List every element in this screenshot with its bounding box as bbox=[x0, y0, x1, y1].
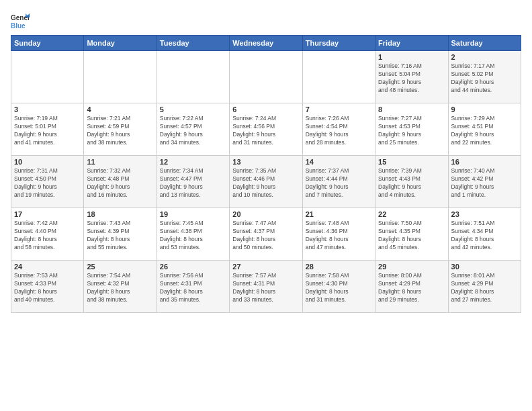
day-info: Sunrise: 7:27 AM Sunset: 4:53 PM Dayligh… bbox=[378, 115, 445, 147]
day-number: 11 bbox=[87, 158, 153, 166]
calendar-cell-w0-d6: 2Sunrise: 7:17 AM Sunset: 5:02 PM Daylig… bbox=[448, 51, 521, 103]
day-info: Sunrise: 7:26 AM Sunset: 4:54 PM Dayligh… bbox=[306, 115, 372, 147]
calendar-cell-w4-d2: 26Sunrise: 7:56 AM Sunset: 4:31 PM Dayli… bbox=[157, 261, 229, 313]
day-number: 4 bbox=[87, 105, 153, 113]
calendar-cell-w2-d4: 14Sunrise: 7:37 AM Sunset: 4:44 PM Dayli… bbox=[302, 156, 375, 208]
day-info: Sunrise: 7:56 AM Sunset: 4:31 PM Dayligh… bbox=[160, 272, 226, 304]
day-info: Sunrise: 7:17 AM Sunset: 5:02 PM Dayligh… bbox=[451, 62, 518, 95]
day-number: 30 bbox=[451, 263, 518, 271]
calendar-cell-w1-d6: 9Sunrise: 7:29 AM Sunset: 4:51 PM Daylig… bbox=[448, 103, 521, 156]
day-info: Sunrise: 7:54 AM Sunset: 4:32 PM Dayligh… bbox=[87, 272, 153, 304]
calendar-cell-w4-d0: 24Sunrise: 7:53 AM Sunset: 4:33 PM Dayli… bbox=[11, 261, 84, 313]
day-number: 13 bbox=[232, 158, 299, 166]
col-header-monday: Monday bbox=[84, 36, 157, 51]
col-header-saturday: Saturday bbox=[448, 36, 521, 51]
day-info: Sunrise: 7:35 AM Sunset: 4:46 PM Dayligh… bbox=[232, 167, 299, 199]
calendar-cell-w0-d2 bbox=[157, 51, 229, 103]
calendar-table: SundayMondayTuesdayWednesdayThursdayFrid… bbox=[11, 35, 521, 313]
calendar-cell-w3-d3: 20Sunrise: 7:47 AM Sunset: 4:37 PM Dayli… bbox=[230, 208, 302, 261]
day-info: Sunrise: 8:00 AM Sunset: 4:29 PM Dayligh… bbox=[378, 272, 445, 304]
day-info: Sunrise: 7:57 AM Sunset: 4:31 PM Dayligh… bbox=[232, 272, 299, 304]
col-header-sunday: Sunday bbox=[11, 36, 84, 51]
day-number: 21 bbox=[306, 210, 372, 218]
calendar-cell-w3-d6: 23Sunrise: 7:51 AM Sunset: 4:34 PM Dayli… bbox=[448, 208, 521, 261]
day-number: 18 bbox=[87, 210, 153, 218]
day-number: 15 bbox=[378, 158, 445, 166]
logo-icon: General Blue bbox=[11, 11, 30, 30]
calendar-cell-w0-d0 bbox=[11, 51, 84, 103]
day-info: Sunrise: 7:45 AM Sunset: 4:38 PM Dayligh… bbox=[160, 220, 226, 252]
day-info: Sunrise: 7:19 AM Sunset: 5:01 PM Dayligh… bbox=[14, 115, 81, 147]
day-info: Sunrise: 7:42 AM Sunset: 4:40 PM Dayligh… bbox=[14, 220, 81, 252]
svg-text:Blue: Blue bbox=[11, 22, 26, 30]
day-number: 17 bbox=[14, 210, 81, 218]
day-number: 6 bbox=[232, 105, 299, 113]
header: General Blue bbox=[11, 11, 521, 30]
calendar-cell-w4-d4: 28Sunrise: 7:58 AM Sunset: 4:30 PM Dayli… bbox=[302, 261, 375, 313]
day-info: Sunrise: 8:01 AM Sunset: 4:29 PM Dayligh… bbox=[451, 272, 518, 304]
calendar-cell-w4-d5: 29Sunrise: 8:00 AM Sunset: 4:29 PM Dayli… bbox=[375, 261, 448, 313]
calendar-cell-w2-d2: 12Sunrise: 7:34 AM Sunset: 4:47 PM Dayli… bbox=[157, 156, 229, 208]
calendar-cell-w1-d1: 4Sunrise: 7:21 AM Sunset: 4:59 PM Daylig… bbox=[84, 103, 157, 156]
day-number: 24 bbox=[14, 263, 81, 271]
day-number: 3 bbox=[14, 105, 81, 113]
day-number: 10 bbox=[14, 158, 81, 166]
day-number: 1 bbox=[378, 53, 445, 61]
calendar-cell-w1-d2: 5Sunrise: 7:22 AM Sunset: 4:57 PM Daylig… bbox=[157, 103, 229, 156]
day-number: 14 bbox=[306, 158, 372, 166]
calendar-cell-w0-d3 bbox=[230, 51, 302, 103]
day-info: Sunrise: 7:34 AM Sunset: 4:47 PM Dayligh… bbox=[160, 167, 226, 199]
calendar-cell-w3-d0: 17Sunrise: 7:42 AM Sunset: 4:40 PM Dayli… bbox=[11, 208, 84, 261]
day-number: 27 bbox=[232, 263, 299, 271]
day-info: Sunrise: 7:58 AM Sunset: 4:30 PM Dayligh… bbox=[306, 272, 372, 304]
day-info: Sunrise: 7:48 AM Sunset: 4:36 PM Dayligh… bbox=[306, 220, 372, 252]
calendar-cell-w2-d0: 10Sunrise: 7:31 AM Sunset: 4:50 PM Dayli… bbox=[11, 156, 84, 208]
day-number: 20 bbox=[232, 210, 299, 218]
day-number: 7 bbox=[306, 105, 372, 113]
calendar-cell-w2-d5: 15Sunrise: 7:39 AM Sunset: 4:43 PM Dayli… bbox=[375, 156, 448, 208]
calendar-cell-w2-d6: 16Sunrise: 7:40 AM Sunset: 4:42 PM Dayli… bbox=[448, 156, 521, 208]
calendar-cell-w4-d1: 25Sunrise: 7:54 AM Sunset: 4:32 PM Dayli… bbox=[84, 261, 157, 313]
day-info: Sunrise: 7:40 AM Sunset: 4:42 PM Dayligh… bbox=[451, 167, 518, 199]
day-info: Sunrise: 7:51 AM Sunset: 4:34 PM Dayligh… bbox=[451, 220, 518, 252]
day-number: 22 bbox=[378, 210, 445, 218]
day-info: Sunrise: 7:53 AM Sunset: 4:33 PM Dayligh… bbox=[14, 272, 81, 304]
day-info: Sunrise: 7:32 AM Sunset: 4:48 PM Dayligh… bbox=[87, 167, 153, 199]
logo: General Blue bbox=[11, 11, 32, 30]
day-number: 26 bbox=[160, 263, 226, 271]
calendar-cell-w1-d5: 8Sunrise: 7:27 AM Sunset: 4:53 PM Daylig… bbox=[375, 103, 448, 156]
calendar-cell-w3-d1: 18Sunrise: 7:43 AM Sunset: 4:39 PM Dayli… bbox=[84, 208, 157, 261]
day-number: 12 bbox=[160, 158, 226, 166]
calendar-cell-w3-d4: 21Sunrise: 7:48 AM Sunset: 4:36 PM Dayli… bbox=[302, 208, 375, 261]
calendar-cell-w3-d5: 22Sunrise: 7:50 AM Sunset: 4:35 PM Dayli… bbox=[375, 208, 448, 261]
day-info: Sunrise: 7:31 AM Sunset: 4:50 PM Dayligh… bbox=[14, 167, 81, 199]
day-info: Sunrise: 7:37 AM Sunset: 4:44 PM Dayligh… bbox=[306, 167, 372, 199]
calendar-cell-w0-d5: 1Sunrise: 7:16 AM Sunset: 5:04 PM Daylig… bbox=[375, 51, 448, 103]
day-number: 19 bbox=[160, 210, 226, 218]
day-number: 23 bbox=[451, 210, 518, 218]
day-number: 8 bbox=[378, 105, 445, 113]
day-number: 16 bbox=[451, 158, 518, 166]
calendar-cell-w2-d3: 13Sunrise: 7:35 AM Sunset: 4:46 PM Dayli… bbox=[230, 156, 302, 208]
day-info: Sunrise: 7:29 AM Sunset: 4:51 PM Dayligh… bbox=[451, 115, 518, 147]
day-info: Sunrise: 7:50 AM Sunset: 4:35 PM Dayligh… bbox=[378, 220, 445, 252]
day-number: 2 bbox=[451, 53, 518, 61]
calendar-cell-w3-d2: 19Sunrise: 7:45 AM Sunset: 4:38 PM Dayli… bbox=[157, 208, 229, 261]
col-header-thursday: Thursday bbox=[302, 36, 375, 51]
calendar-cell-w1-d3: 6Sunrise: 7:24 AM Sunset: 4:56 PM Daylig… bbox=[230, 103, 302, 156]
day-info: Sunrise: 7:24 AM Sunset: 4:56 PM Dayligh… bbox=[232, 115, 299, 147]
day-number: 29 bbox=[378, 263, 445, 271]
calendar-cell-w4-d3: 27Sunrise: 7:57 AM Sunset: 4:31 PM Dayli… bbox=[230, 261, 302, 313]
day-info: Sunrise: 7:21 AM Sunset: 4:59 PM Dayligh… bbox=[87, 115, 153, 147]
day-info: Sunrise: 7:39 AM Sunset: 4:43 PM Dayligh… bbox=[378, 167, 445, 199]
day-number: 5 bbox=[160, 105, 226, 113]
day-number: 28 bbox=[306, 263, 372, 271]
col-header-tuesday: Tuesday bbox=[157, 36, 229, 51]
day-number: 25 bbox=[87, 263, 153, 271]
calendar-cell-w1-d0: 3Sunrise: 7:19 AM Sunset: 5:01 PM Daylig… bbox=[11, 103, 84, 156]
day-info: Sunrise: 7:47 AM Sunset: 4:37 PM Dayligh… bbox=[232, 220, 299, 252]
page: General Blue SundayMondayTuesdayWednesda… bbox=[0, 0, 532, 411]
calendar-cell-w1-d4: 7Sunrise: 7:26 AM Sunset: 4:54 PM Daylig… bbox=[302, 103, 375, 156]
col-header-wednesday: Wednesday bbox=[230, 36, 302, 51]
calendar-cell-w4-d6: 30Sunrise: 8:01 AM Sunset: 4:29 PM Dayli… bbox=[448, 261, 521, 313]
